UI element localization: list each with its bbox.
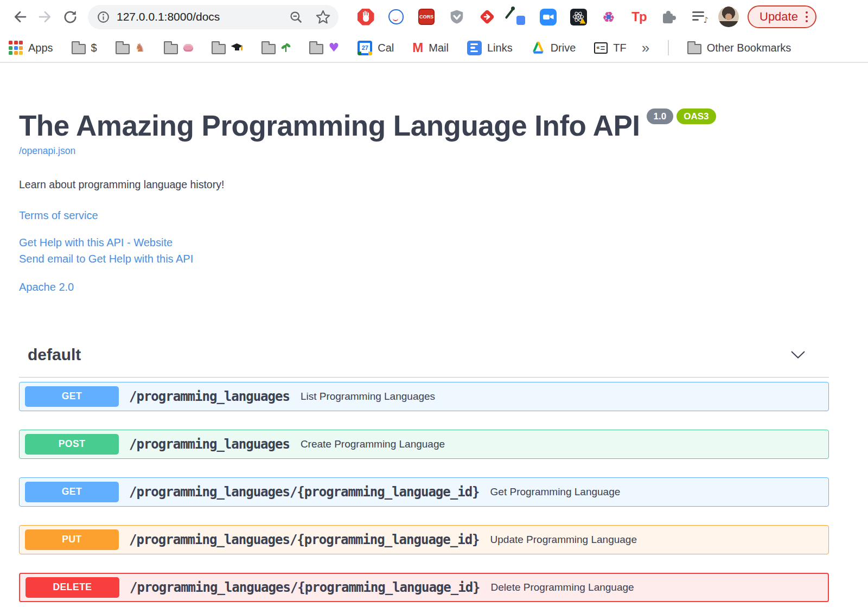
api-title-text: The Amazing Programming Language Info AP… bbox=[19, 110, 640, 142]
bookmark-tf[interactable]: « TF bbox=[594, 42, 626, 54]
cors-icon[interactable]: CORS bbox=[416, 6, 437, 28]
bookmark-label: TF bbox=[613, 42, 626, 54]
tp-icon[interactable]: Tp bbox=[628, 6, 650, 28]
zoom-out-icon[interactable] bbox=[289, 10, 303, 24]
folder-icon bbox=[212, 44, 226, 54]
chat-bubble-icon[interactable] bbox=[385, 6, 407, 28]
site-info-icon[interactable] bbox=[97, 10, 110, 24]
section-default-header[interactable]: default bbox=[19, 346, 829, 378]
method-badge[interactable]: GET bbox=[25, 482, 119, 502]
help-email-link[interactable]: Send email to Get Help with this API bbox=[19, 253, 829, 265]
oas3-badge: OAS3 bbox=[676, 108, 716, 124]
bookmark-other-bookmarks[interactable]: Other Bookmarks bbox=[687, 41, 792, 54]
endpoint-row[interactable]: GET/programming_languagesList Programmin… bbox=[19, 382, 829, 411]
herb-icon bbox=[281, 43, 291, 53]
bookmark-label: Cal bbox=[378, 42, 394, 54]
bookmark-mail[interactable]: M Mail bbox=[412, 41, 449, 54]
bookmark-label: Other Bookmarks bbox=[707, 42, 792, 54]
reload-icon bbox=[62, 9, 78, 25]
method-badge[interactable]: GET bbox=[25, 386, 119, 407]
bookmark-star-icon[interactable] bbox=[315, 9, 331, 25]
reload-button[interactable] bbox=[58, 4, 82, 29]
bookmark-links[interactable]: Links bbox=[467, 41, 513, 55]
endpoint-row[interactable]: GET/programming_languages/{programming_l… bbox=[19, 477, 829, 507]
bookmark-label: Links bbox=[487, 42, 513, 54]
endpoint-summary: Delete Programming Language bbox=[491, 582, 634, 593]
folder-icon bbox=[261, 44, 276, 54]
update-button[interactable]: Update bbox=[748, 5, 816, 28]
endpoint-row[interactable]: PUT/programming_languages/{programming_l… bbox=[19, 525, 829, 554]
address-bar[interactable]: 127.0.0.1:8000/docs bbox=[88, 5, 339, 29]
bookmarks-overflow-chevron[interactable]: » bbox=[642, 40, 649, 56]
media-playlist-icon[interactable]: ♪ bbox=[689, 6, 711, 28]
help-website-link[interactable]: Get Help with this API - Website bbox=[19, 237, 829, 249]
folder-icon bbox=[72, 44, 86, 54]
bookmark-folder-graduation[interactable] bbox=[212, 41, 243, 54]
bookmark-folder-horse[interactable]: ♞ bbox=[116, 41, 145, 54]
folder-icon bbox=[309, 44, 323, 54]
graduation-cap-icon bbox=[231, 43, 243, 52]
endpoint-summary: Create Programming Language bbox=[301, 438, 445, 450]
recycle-icon[interactable]: ♻ bbox=[598, 6, 620, 28]
carousel-horse-icon: ♞ bbox=[135, 42, 145, 54]
bookmark-label: Drive bbox=[551, 42, 576, 54]
shield-icon[interactable] bbox=[446, 6, 468, 28]
bookmark-label: Apps bbox=[28, 42, 53, 54]
license-link[interactable]: Apache 2.0 bbox=[19, 281, 829, 293]
endpoint-path[interactable]: /programming_languages/{programming_lang… bbox=[129, 484, 480, 500]
profile-avatar[interactable] bbox=[718, 7, 739, 27]
openapi-spec-link[interactable]: /openapi.json bbox=[19, 145, 75, 157]
extensions-row: CORS ♻ Tp ♪ bbox=[355, 6, 711, 28]
adblock-icon[interactable] bbox=[355, 6, 376, 28]
bookmarks-bar: Apps $ ♞ ♥ 27 Cal M Mail Links bbox=[0, 34, 868, 63]
links-doc-icon bbox=[467, 41, 482, 55]
color-picker-icon[interactable] bbox=[507, 6, 528, 28]
page-title: The Amazing Programming Language Info AP… bbox=[19, 108, 829, 141]
extensions-puzzle-icon[interactable] bbox=[659, 6, 680, 28]
bookmark-calendar[interactable]: 27 Cal bbox=[358, 41, 394, 55]
method-badge[interactable]: POST bbox=[25, 434, 119, 455]
bookmark-folder-brain[interactable] bbox=[164, 41, 193, 54]
cors-label: CORS bbox=[419, 14, 433, 20]
swagger-page: The Amazing Programming Language Info AP… bbox=[0, 63, 868, 602]
bookmark-label: $ bbox=[91, 42, 97, 54]
bookmark-folder-dollar[interactable]: $ bbox=[72, 41, 97, 54]
bookmark-drive[interactable]: Drive bbox=[531, 41, 576, 54]
calendar-icon: 27 bbox=[358, 41, 372, 55]
method-badge[interactable]: PUT bbox=[25, 529, 119, 550]
apps-grid-icon bbox=[9, 41, 23, 55]
browser-toolbar: 127.0.0.1:8000/docs CORS bbox=[0, 0, 868, 34]
folder-icon bbox=[164, 44, 178, 54]
endpoint-path[interactable]: /programming_languages/{programming_lang… bbox=[129, 532, 480, 547]
version-badge: 1.0 bbox=[647, 108, 674, 124]
endpoint-path[interactable]: /programming_languages bbox=[129, 437, 290, 452]
back-button[interactable] bbox=[8, 4, 33, 29]
endpoint-list: GET/programming_languagesList Programmin… bbox=[19, 382, 829, 602]
gmail-icon: M bbox=[412, 41, 423, 54]
endpoint-path[interactable]: /programming_languages/{programming_lang… bbox=[130, 580, 480, 595]
api-description: Learn about programming language history… bbox=[19, 178, 829, 191]
terms-of-service-link[interactable]: Terms of service bbox=[19, 209, 829, 222]
folder-icon bbox=[116, 44, 130, 54]
endpoint-row[interactable]: POST/programming_languagesCreate Program… bbox=[19, 430, 829, 459]
endpoint-summary: List Programming Languages bbox=[301, 391, 435, 402]
purple-heart-icon: ♥ bbox=[329, 42, 340, 54]
bookmark-folder-herb[interactable] bbox=[261, 41, 291, 54]
back-arrow-icon bbox=[12, 9, 28, 25]
send-diamond-icon[interactable] bbox=[476, 6, 498, 28]
tf-card-icon: « bbox=[594, 42, 608, 54]
section-title: default bbox=[28, 346, 81, 364]
forward-arrow-icon bbox=[37, 9, 53, 25]
endpoint-path[interactable]: /programming_languages bbox=[129, 389, 290, 404]
url-text[interactable]: 127.0.0.1:8000/docs bbox=[117, 10, 289, 23]
method-badge[interactable]: DELETE bbox=[25, 577, 119, 598]
endpoint-row[interactable]: DELETE/programming_languages/{programmin… bbox=[19, 573, 829, 602]
bookmark-folder-heart[interactable]: ♥ bbox=[309, 41, 340, 54]
forward-button[interactable] bbox=[33, 4, 58, 29]
react-devtools-icon[interactable] bbox=[567, 6, 589, 28]
zoom-camera-icon[interactable] bbox=[537, 6, 559, 28]
chevron-down-icon[interactable] bbox=[790, 350, 806, 359]
folder-icon bbox=[687, 44, 701, 54]
bookmark-apps[interactable]: Apps bbox=[9, 41, 53, 55]
kebab-menu-icon[interactable] bbox=[806, 11, 808, 23]
